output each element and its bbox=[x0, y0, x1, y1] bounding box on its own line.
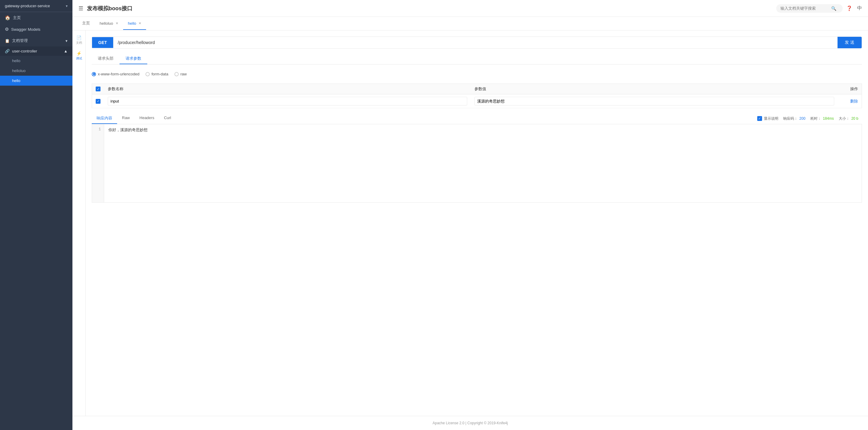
col-param-name: 参数名称 bbox=[104, 84, 471, 94]
response-meta: ✓ 显示说明 响应码： 200 耗时： 184ms 大小： 20 b bbox=[754, 116, 862, 121]
radio-raw-circle bbox=[175, 72, 179, 76]
sidebar-item-docmgmt[interactable]: 📋 文档管理 ▾ bbox=[0, 35, 72, 46]
doc-mgmt-icon: 📋 bbox=[5, 39, 10, 43]
table-row: ✓ 删除 bbox=[92, 94, 862, 108]
response-tab-curl[interactable]: Curl bbox=[159, 113, 176, 124]
size-value: 20 b bbox=[851, 117, 858, 121]
swagger-icon: ⚙ bbox=[5, 27, 9, 32]
search-input[interactable] bbox=[780, 6, 829, 10]
content-type-group: x-www-form-urlencoded form-data raw bbox=[92, 69, 862, 79]
radio-urlencoded-circle bbox=[92, 72, 96, 76]
sidebar-sub-item-hello2[interactable]: hello bbox=[0, 76, 72, 86]
response-status-meta: 响应码： 200 bbox=[783, 116, 806, 121]
sub-tab-headers[interactable]: 请求头部 bbox=[92, 54, 120, 64]
sidebar-item-home[interactable]: 🏠 主页 bbox=[0, 12, 72, 24]
content-area: 📄 文档 ⚡ 调试 GET 发 送 请求头部 请求参数 bbox=[72, 30, 868, 416]
tab-hello-close[interactable]: ✕ bbox=[138, 22, 141, 25]
side-icon-debug[interactable]: ⚡ 调试 bbox=[72, 48, 85, 63]
help-icon[interactable]: ❓ bbox=[846, 5, 852, 11]
main-panel: GET 发 送 请求头部 请求参数 x-www-form-urlencoded bbox=[86, 30, 868, 416]
show-desc-toggle[interactable]: ✓ 显示说明 bbox=[757, 116, 778, 121]
top-header: ☰ 发布模拟boos接口 🔍 ❓ 中 bbox=[72, 0, 868, 17]
col-param-value: 参数值 bbox=[471, 84, 838, 94]
send-button[interactable]: 发 送 bbox=[838, 37, 862, 48]
search-icon: 🔍 bbox=[831, 6, 836, 11]
radio-formdata-circle bbox=[146, 72, 150, 76]
service-selector[interactable]: gateway-producer-service ▾ bbox=[0, 0, 72, 12]
main-area: ☰ 发布模拟boos接口 🔍 ❓ 中 主页 helloluo ✕ hello ✕… bbox=[72, 0, 868, 430]
row-checkbox[interactable]: ✓ bbox=[96, 99, 100, 104]
radio-raw[interactable]: raw bbox=[175, 72, 187, 76]
endpoint-bar: GET 发 送 bbox=[92, 36, 862, 48]
sidebar-item-swagger[interactable]: ⚙ Swagger Models bbox=[0, 24, 72, 35]
side-icon-doc[interactable]: 📄 文档 bbox=[72, 33, 85, 47]
response-tab-content[interactable]: 响应内容 bbox=[92, 113, 117, 124]
tab-helloluo[interactable]: helloluo ✕ bbox=[95, 18, 123, 30]
show-desc-checkbox[interactable]: ✓ bbox=[757, 116, 762, 121]
controller-icon: 🔗 bbox=[5, 49, 10, 54]
sidebar-sub-item-helloluo[interactable]: helloluo bbox=[0, 66, 72, 76]
sidebar: gateway-producer-service ▾ 🏠 主页 ⚙ Swagge… bbox=[0, 0, 72, 430]
tabs-bar: 主页 helloluo ✕ hello ✕ bbox=[72, 17, 868, 30]
chevron-down-icon: ▾ bbox=[65, 39, 68, 43]
response-tabs-left: 响应内容 Raw Headers Curl bbox=[92, 113, 176, 124]
debug-icon: ⚡ bbox=[76, 51, 82, 56]
response-tabs: 响应内容 Raw Headers Curl ✓ 显示说明 bbox=[92, 113, 862, 124]
response-body: 你好，溪源的奇思妙想 bbox=[104, 124, 862, 202]
col-action: 操作 bbox=[838, 84, 862, 94]
hamburger-icon[interactable]: ☰ bbox=[79, 5, 83, 12]
param-value-input[interactable] bbox=[474, 97, 834, 105]
lang-icon[interactable]: 中 bbox=[857, 5, 862, 11]
method-badge: GET bbox=[92, 37, 113, 48]
response-code-area: 1 你好，溪源的奇思妙想 bbox=[92, 124, 862, 203]
doc-icon: 📄 bbox=[76, 35, 82, 40]
tab-hello[interactable]: hello ✕ bbox=[123, 18, 146, 30]
sidebar-sub-item-hello1[interactable]: hello bbox=[0, 56, 72, 66]
radio-formdata[interactable]: form-data bbox=[146, 72, 168, 76]
endpoint-url-input[interactable] bbox=[113, 37, 838, 48]
response-tab-headers[interactable]: Headers bbox=[134, 113, 159, 124]
header-icons: ❓ 中 bbox=[846, 5, 862, 11]
dropdown-arrow-icon: ▾ bbox=[66, 4, 68, 8]
sidebar-controller[interactable]: 🔗 user-controller ▲ bbox=[0, 46, 72, 56]
search-box: 🔍 bbox=[776, 4, 843, 13]
sub-tab-params[interactable]: 请求参数 bbox=[120, 54, 147, 64]
delete-param-button[interactable]: 删除 bbox=[850, 99, 858, 104]
response-tab-raw[interactable]: Raw bbox=[117, 113, 134, 124]
page-title: 发布模拟boos接口 bbox=[87, 5, 773, 12]
response-size-meta: 大小： 20 b bbox=[839, 116, 858, 121]
time-value: 184ms bbox=[823, 117, 834, 121]
home-icon: 🏠 bbox=[5, 15, 10, 21]
status-code: 200 bbox=[800, 117, 806, 121]
controller-chevron-icon: ▲ bbox=[64, 49, 68, 54]
param-name-input[interactable] bbox=[108, 97, 467, 105]
side-icons-panel: 📄 文档 ⚡ 调试 bbox=[72, 30, 86, 416]
radio-urlencoded[interactable]: x-www-form-urlencoded bbox=[92, 72, 140, 76]
footer: Apache License 2.0 | Copyright © 2019-Kn… bbox=[72, 416, 868, 430]
response-time-meta: 耗时： 184ms bbox=[810, 116, 834, 121]
tab-home[interactable]: 主页 bbox=[77, 17, 95, 30]
tab-helloluo-close[interactable]: ✕ bbox=[116, 22, 118, 25]
request-sub-tabs: 请求头部 请求参数 bbox=[92, 54, 862, 65]
select-all-checkbox[interactable]: ✓ bbox=[96, 87, 100, 91]
params-table: ✓ 参数名称 参数值 操作 ✓ bbox=[92, 84, 862, 108]
line-numbers: 1 bbox=[92, 124, 104, 202]
